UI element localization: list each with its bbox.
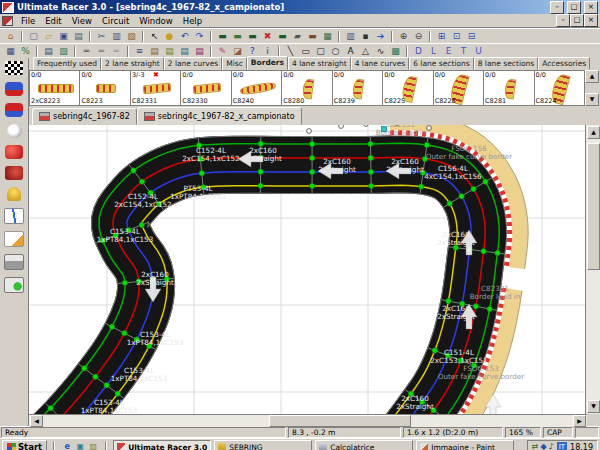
vertical-scrollbar[interactable]: ▲ ▼ xyxy=(585,125,600,414)
palette-item-C8239[interactable]: 0/0C8239 xyxy=(332,70,383,106)
quick-launch-browser-icon[interactable]: e xyxy=(61,441,73,450)
columns-button[interactable]: ▥ xyxy=(343,30,358,43)
curve-tool[interactable]: ∿ xyxy=(373,45,388,58)
export-image-icon[interactable] xyxy=(4,277,24,293)
eraser-button[interactable]: ◪ xyxy=(230,45,245,58)
insert-piece-button[interactable]: ▬ xyxy=(245,30,260,43)
palette-tab-4-lane-curves[interactable]: 4 lane curves xyxy=(351,57,410,70)
car-icon[interactable] xyxy=(5,145,23,159)
picture-tool[interactable]: ▩ xyxy=(388,45,403,58)
palette-item-C8281[interactable]: 0/0C8281 xyxy=(483,70,534,106)
open-button[interactable]: ▱ xyxy=(41,30,56,43)
restore-button[interactable]: ▢ xyxy=(567,1,581,14)
paste-button[interactable]: ▧ xyxy=(124,30,139,43)
crash-icon[interactable] xyxy=(5,166,23,180)
language-indicator[interactable]: IT xyxy=(557,442,567,450)
slot-node[interactable] xyxy=(432,348,437,353)
layer-1-button[interactable]: ▤ xyxy=(147,45,162,58)
document-tab-sebring4c_1967-82_x_campionato[interactable]: sebring4c_1967-82_x_campionato xyxy=(137,107,302,125)
border-style-2-button[interactable]: ═ xyxy=(94,45,109,58)
border-style-1-button[interactable]: ═ xyxy=(79,45,94,58)
cut-button[interactable]: ✂ xyxy=(94,30,109,43)
slot-node[interactable] xyxy=(122,330,127,335)
palette-tab-2-lane-straight[interactable]: 2 lane straight xyxy=(101,57,164,70)
palette-item-C8240[interactable]: 0/0C8240 xyxy=(231,70,282,106)
rect-tool[interactable]: ▭ xyxy=(298,45,313,58)
tray-volume-icon[interactable]: ♪ xyxy=(549,441,554,450)
palette-item-C8280[interactable]: 0/0C8280 xyxy=(281,70,332,106)
menu-edit[interactable]: Edit xyxy=(40,16,66,26)
race-car-blue-icon[interactable] xyxy=(5,82,23,96)
selection-handle[interactable] xyxy=(364,125,369,126)
selection-handle[interactable] xyxy=(307,129,312,134)
scroll-down-icon[interactable]: ▼ xyxy=(587,400,600,413)
tray-antivirus-icon[interactable]: ◆ xyxy=(540,441,546,450)
slot-node[interactable] xyxy=(131,168,136,173)
layer-3-button[interactable]: ▤ xyxy=(177,45,192,58)
slot-node[interactable] xyxy=(115,391,120,396)
align-button[interactable]: ≡ xyxy=(132,45,147,58)
section-shape-l-button[interactable]: L xyxy=(426,45,441,58)
slot-node[interactable] xyxy=(368,141,373,146)
palette-tab-8-lane-sections[interactable]: 8 lane sections xyxy=(474,57,539,70)
minimize-button[interactable]: – xyxy=(550,1,564,14)
save-button[interactable]: ▣ xyxy=(56,30,71,43)
snapshot-button[interactable]: ▪ xyxy=(358,30,373,43)
select-tool[interactable]: ↖ xyxy=(147,30,162,43)
slot-node[interactable] xyxy=(368,155,373,160)
polygon-tool[interactable]: △ xyxy=(358,45,373,58)
flip-piece-button[interactable]: ▰ xyxy=(290,30,305,43)
home-button[interactable]: ⌂ xyxy=(3,30,18,43)
slot-node[interactable] xyxy=(258,183,263,188)
quick-launch-desktop-icon[interactable]: ▣ xyxy=(74,441,86,450)
slot-node[interactable] xyxy=(199,170,204,175)
menu-view[interactable]: View xyxy=(67,16,97,26)
palette-item-C8224[interactable]: 0/0C8224 xyxy=(534,70,585,106)
palette-item-C82330[interactable]: 0/0C82330 xyxy=(180,70,231,106)
redo-button[interactable]: ↷ xyxy=(192,30,207,43)
notes-button[interactable]: ▤ xyxy=(41,45,56,58)
tray-network-icon[interactable]: ⇄ xyxy=(532,441,539,450)
taskbar-button-calcolatrice[interactable]: Calcolatrice xyxy=(315,440,413,450)
slot-node[interactable] xyxy=(424,142,429,147)
zoom-fit-button[interactable]: ⊞ xyxy=(434,30,449,43)
palette-tab-accessories[interactable]: Accessories xyxy=(538,57,590,70)
slot-node[interactable] xyxy=(258,169,263,174)
slot-node[interactable] xyxy=(93,374,98,379)
palette-scroll-up-icon[interactable]: ▲ xyxy=(585,70,599,83)
palette-tab-2-lane-curves[interactable]: 2 lane curves xyxy=(164,57,223,70)
ellipse-tool[interactable]: ○ xyxy=(328,45,343,58)
slot-node[interactable] xyxy=(447,201,452,206)
notes-icon[interactable] xyxy=(4,231,24,247)
roundrect-tool[interactable]: ▢ xyxy=(313,45,328,58)
race-car-red-icon[interactable] xyxy=(5,103,23,117)
menu-window[interactable]: Window xyxy=(134,16,178,26)
undo-button[interactable]: ↶ xyxy=(177,30,192,43)
mdi-minimize-button[interactable]: – xyxy=(556,14,570,27)
slot-node[interactable] xyxy=(139,179,144,184)
slot-node[interactable] xyxy=(487,306,492,311)
slot-node[interactable] xyxy=(122,280,127,285)
zoom-selection-button[interactable]: ⊡ xyxy=(449,30,464,43)
trophy-icon[interactable] xyxy=(7,187,21,201)
delete-piece-button[interactable]: ✖ xyxy=(260,30,275,43)
palette-tab-borders[interactable]: Borders xyxy=(247,56,288,70)
grid-toggle[interactable]: ▦ xyxy=(3,45,18,58)
palette-scrollbar[interactable]: ▲ ▼ xyxy=(585,70,599,106)
palette-tab-misc[interactable]: Misc xyxy=(222,57,247,70)
slot-node[interactable] xyxy=(446,298,451,303)
slot-node[interactable] xyxy=(309,155,314,160)
zoom-page-button[interactable]: ⊟ xyxy=(464,30,479,43)
text-tool[interactable]: A xyxy=(343,45,358,58)
palette-item-C8225[interactable]: 0/0C8225 xyxy=(382,70,433,106)
slot-node[interactable] xyxy=(309,183,314,188)
slot-node[interactable] xyxy=(483,179,488,184)
section-shape-u-button[interactable]: U xyxy=(471,45,486,58)
close-button[interactable]: × xyxy=(584,1,598,14)
slot-node[interactable] xyxy=(459,194,464,199)
palette-item-2xC8223[interactable]: 0/02xC8223 xyxy=(29,70,80,106)
palette-tab-frequently-used[interactable]: Frequently used xyxy=(33,57,101,70)
slot-node[interactable] xyxy=(471,186,476,191)
menu-help[interactable]: Help xyxy=(178,16,207,26)
scroll-up-icon[interactable]: ▲ xyxy=(587,126,600,139)
